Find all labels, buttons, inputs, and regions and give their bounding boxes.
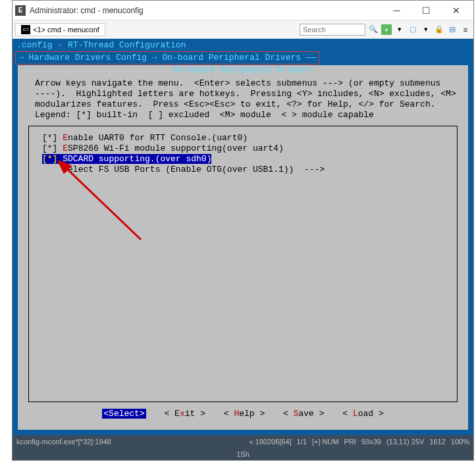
- help-text: Arrow keys navigate the menu. <Enter> se…: [19, 76, 467, 122]
- status-pri: PRI: [344, 438, 356, 446]
- status-mode: [+] NUM: [312, 438, 339, 446]
- dropdown2-icon[interactable]: ▾: [421, 24, 431, 35]
- search-icon[interactable]: 🔍: [368, 24, 379, 35]
- status-line2: 1Sh: [236, 450, 250, 458]
- layout-icon[interactable]: ▤: [447, 24, 458, 35]
- status-process: kconfig-mconf.exe*[*32]:1948: [16, 438, 111, 446]
- exit-button[interactable]: < Exit >: [165, 409, 205, 419]
- status-bar: kconfig-mconf.exe*[*32]:1948 « 180206[64…: [13, 435, 473, 448]
- lock-icon[interactable]: 🔒: [434, 24, 444, 35]
- window-titlebar: E Administrator: cmd - menuconfig ─ ☐ ✕: [13, 1, 473, 20]
- terminal-area: .config - RT-Thread Configuration → Hard…: [13, 39, 473, 435]
- app-icon: E: [15, 5, 26, 16]
- breadcrumb: → Hardware Drivers Config → On-board Per…: [15, 51, 319, 65]
- menu-item-3[interactable]: Select FS USB Ports (Enable OTG(over USB…: [42, 165, 444, 175]
- save-button[interactable]: < Save >: [283, 409, 324, 419]
- load-button[interactable]: < Load >: [342, 409, 383, 419]
- help-button[interactable]: < Help >: [224, 409, 265, 419]
- window-icon[interactable]: ▢: [408, 24, 418, 35]
- menu-icon[interactable]: ≡: [460, 24, 471, 35]
- svg-line-0: [65, 167, 141, 240]
- close-button[interactable]: ✕: [441, 1, 471, 20]
- config-header: .config - RT-Thread Configuration: [14, 40, 472, 51]
- toolbar: c:\ <1> cmd - menuconf 🔍 + ▾ ▢ ▾ 🔒 ▤ ≡: [13, 20, 473, 39]
- button-bar: <Select> < Exit > < Help > < Save > < Lo…: [19, 406, 467, 422]
- status-encoding: « 180206[64]: [249, 438, 291, 446]
- window-title: Administrator: cmd - menuconfig: [30, 6, 382, 15]
- tab-cmd[interactable]: c:\ <1> cmd - menuconf: [15, 23, 105, 36]
- section-title: On-board Peripheral Drivers: [19, 65, 467, 76]
- minimize-button[interactable]: ─: [382, 1, 411, 20]
- add-icon[interactable]: +: [381, 24, 392, 35]
- status-pct: 100%: [451, 438, 469, 446]
- search-input[interactable]: [300, 24, 365, 36]
- cmd-icon: c:\: [21, 25, 30, 34]
- tab-label: <1> cmd - menuconf: [33, 26, 99, 34]
- menu-item-2[interactable]: [*] SDCARD supporting.(over sdh0): [42, 154, 211, 165]
- select-button[interactable]: <Select>: [102, 409, 145, 419]
- status-bar-2: 1Sh: [13, 448, 473, 460]
- status-mem: 1612: [429, 438, 445, 446]
- maximize-button[interactable]: ☐: [411, 1, 441, 20]
- menu-item-1[interactable]: [*] ESP8266 Wi-Fi module supporting(over…: [42, 143, 444, 154]
- menu-list: [*] Enable UART0 for RTT Console.(uart0)…: [28, 126, 458, 402]
- status-size: 93x39: [361, 438, 381, 446]
- status-position: 1/1: [297, 438, 307, 446]
- dropdown-icon[interactable]: ▾: [394, 24, 405, 35]
- menu-item-0[interactable]: [*] Enable UART0 for RTT Console.(uart0): [42, 133, 444, 143]
- status-cursor: (13,11) 25V: [386, 438, 424, 446]
